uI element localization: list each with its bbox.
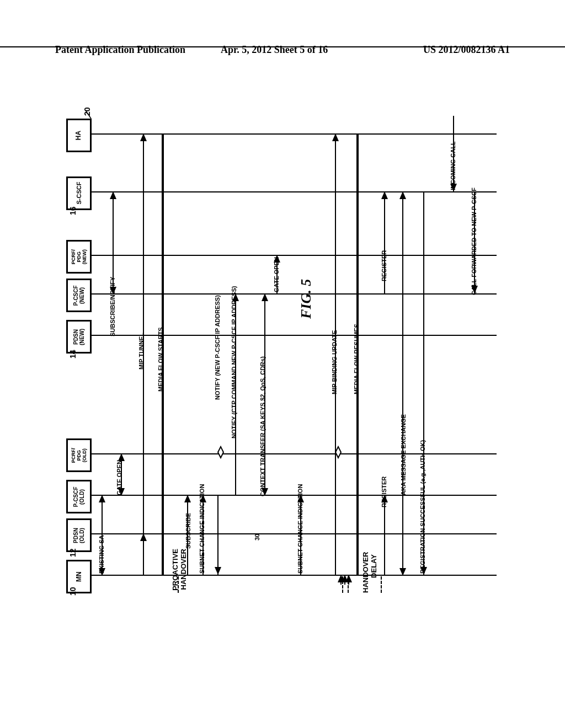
actor-pcrf-new: PCRF/PDG(NEW) [66, 240, 92, 274]
lifeline-pcrf-old [91, 453, 497, 454]
dash-delay-start [348, 576, 349, 593]
ref-10: 10 [68, 587, 77, 596]
header-left-text: Patent Application Publication [55, 44, 185, 56]
header-center-text: Apr. 5, 2012 Sheet 5 of 16 [221, 44, 328, 56]
ref-30: 30 [254, 534, 260, 540]
phase-proactive: PROACTIVEHANDOVER [171, 549, 188, 593]
msg-subnet-change-2: SUBNET CHANGE INDICATION [297, 484, 303, 574]
arrows-layer [66, 99, 497, 596]
msg-context-transfer: CONTEXT TRANSFER (SA KEYS $2, QoS, CDRs) [259, 356, 266, 496]
actor-pcscf-new: P-CSCF(NEW) [66, 279, 92, 312]
msg-mip-tunnel: MIP TUNNEL [138, 333, 145, 370]
msg-subscribe: SUBSCRIBE [185, 513, 191, 549]
msg-subnet-change-1: SUBNET CHANGE INDICATION [199, 484, 205, 574]
lifeline-pcscf-new [91, 293, 497, 295]
sequence-diagram: FIG. 5 MN PDSN(OLD) P-CSCF(OLD) PCRF/PDG… [66, 99, 497, 596]
lifeline-pcscf-old [91, 495, 497, 496]
msg-notify-new-pcscf: NOTIFY (NEW P-CSCF IP ADDRESS) [214, 295, 221, 400]
ref-20: 20 [83, 107, 92, 116]
page-header: Patent Application Publication Apr. 5, 2… [0, 44, 565, 47]
dash-delay-end [381, 576, 382, 593]
lifeline-ha [91, 133, 497, 135]
msg-subscribe-notify: SUBSCRIBE/NOTIFY [109, 277, 116, 336]
ref-12: 12 [68, 548, 77, 557]
actor-pcscf-old: P-CSCF(OLD) [66, 480, 92, 513]
actor-pdsn-old: PDSN(OLD) [66, 518, 92, 552]
msg-gate-open-old: GATE OPEN [116, 460, 122, 495]
msg-register-2: REGISTER [381, 250, 387, 281]
msg-call-forwarded: CALL FORWARDED TO NEW P-CSCF [471, 188, 477, 295]
msg-gate-open-new: GATE OPEN [273, 257, 280, 292]
msg-notify-ctp: NOTIFY (CTP COMMAND NEW P-CSCF IP ADDRES… [231, 286, 237, 438]
actor-pcrf-old: PCRF/PDG(OLD) [66, 438, 92, 472]
ref-16: 16 [68, 206, 77, 215]
actor-scscf: S-CSCF [66, 176, 92, 210]
msg-aka-exchange: AKA MESSAGE EXCHANGE [400, 414, 407, 495]
lifeline-mn [91, 575, 497, 576]
msg-incoming-call: INCOMING CALL [450, 141, 456, 190]
actor-ha: HA [66, 119, 92, 152]
lifeline-pcrf-new [91, 255, 497, 256]
lifeline-pdsn-old [91, 533, 497, 534]
header-right-text: US 2012/0082136 A1 [423, 44, 510, 56]
actor-pdsn-new: PDSN(NEW) [66, 320, 92, 354]
msg-media-flow-resumes: MEDIA FLOW RESUMES [353, 324, 360, 394]
ref-14: 14 [68, 350, 77, 358]
lifeline-scscf [91, 191, 497, 192]
msg-mip-binding: MIP BINDING UPDATE [331, 330, 338, 394]
msg-reg-success: REGISTRATION SUCCESSFUL (e.g.,AUTH OK) [419, 440, 426, 574]
lifeline-pdsn-new [91, 335, 497, 336]
msg-register-1: REGISTER [381, 477, 387, 507]
phase-delay: HANDOVERDELAY [361, 554, 378, 593]
figure-label: FIG. 5 [298, 279, 315, 319]
dash-proactive-end [342, 576, 343, 593]
msg-media-flow-starts: MEDIA FLOW STARTS [157, 327, 164, 392]
msg-existing-sa: EXISTING SA [98, 535, 105, 574]
dash-proactive-start [178, 576, 179, 593]
